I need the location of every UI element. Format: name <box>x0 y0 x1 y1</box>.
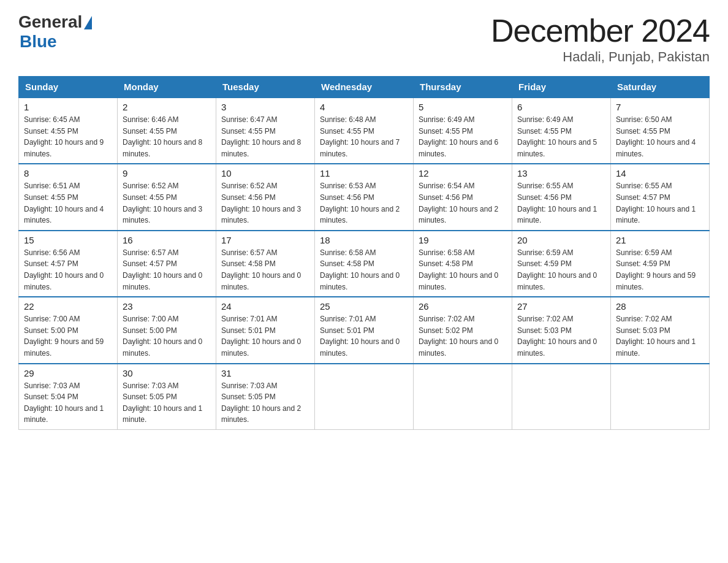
header-friday: Friday <box>512 77 611 98</box>
calendar-cell: 31 Sunrise: 7:03 AMSunset: 5:05 PMDaylig… <box>216 364 315 430</box>
day-info: Sunrise: 7:03 AMSunset: 5:05 PMDaylight:… <box>221 381 301 424</box>
header-tuesday: Tuesday <box>216 77 315 98</box>
calendar-cell: 25 Sunrise: 7:01 AMSunset: 5:01 PMDaylig… <box>315 297 414 363</box>
calendar-cell: 18 Sunrise: 6:58 AMSunset: 4:58 PMDaylig… <box>315 231 414 297</box>
calendar-cell: 13 Sunrise: 6:55 AMSunset: 4:56 PMDaylig… <box>512 164 611 230</box>
header-wednesday: Wednesday <box>315 77 414 98</box>
day-info: Sunrise: 6:47 AMSunset: 4:55 PMDaylight:… <box>221 115 301 158</box>
logo-blue-text: Blue <box>20 32 57 51</box>
day-number: 6 <box>517 102 605 112</box>
day-number: 1 <box>24 102 112 112</box>
calendar-cell: 20 Sunrise: 6:59 AMSunset: 4:59 PMDaylig… <box>512 231 611 297</box>
calendar-cell: 19 Sunrise: 6:58 AMSunset: 4:58 PMDaylig… <box>414 231 512 297</box>
day-info: Sunrise: 7:02 AMSunset: 5:03 PMDaylight:… <box>517 315 597 358</box>
day-info: Sunrise: 6:51 AMSunset: 4:55 PMDaylight:… <box>24 182 104 224</box>
week-row-5: 29 Sunrise: 7:03 AMSunset: 5:04 PMDaylig… <box>19 364 710 430</box>
calendar-cell: 12 Sunrise: 6:54 AMSunset: 4:56 PMDaylig… <box>414 164 512 230</box>
day-number: 13 <box>517 168 605 178</box>
logo: General Blue <box>18 12 92 52</box>
day-info: Sunrise: 6:52 AMSunset: 4:55 PMDaylight:… <box>123 182 202 224</box>
day-number: 9 <box>123 168 211 178</box>
title-block: December 2024 Hadali, Punjab, Pakistan <box>491 12 710 65</box>
day-info: Sunrise: 6:49 AMSunset: 4:55 PMDaylight:… <box>419 115 498 158</box>
day-info: Sunrise: 7:00 AMSunset: 5:00 PMDaylight:… <box>123 315 202 358</box>
day-number: 16 <box>123 235 211 245</box>
calendar-cell <box>611 364 710 430</box>
calendar-cell: 28 Sunrise: 7:02 AMSunset: 5:03 PMDaylig… <box>611 297 710 363</box>
day-number: 22 <box>24 301 112 312</box>
page-header: General Blue December 2024 Hadali, Punja… <box>18 12 710 65</box>
logo-general-text: General <box>18 12 82 32</box>
calendar-cell: 30 Sunrise: 7:03 AMSunset: 5:05 PMDaylig… <box>118 364 216 430</box>
calendar-cell: 10 Sunrise: 6:52 AMSunset: 4:56 PMDaylig… <box>216 164 315 230</box>
day-info: Sunrise: 6:59 AMSunset: 4:59 PMDaylight:… <box>517 248 597 291</box>
calendar-title: December 2024 <box>491 12 710 49</box>
day-info: Sunrise: 6:45 AMSunset: 4:55 PMDaylight:… <box>24 115 104 158</box>
day-info: Sunrise: 6:56 AMSunset: 4:57 PMDaylight:… <box>24 248 104 291</box>
day-number: 12 <box>419 168 507 178</box>
header-saturday: Saturday <box>611 77 710 98</box>
day-number: 14 <box>616 168 704 178</box>
calendar-cell <box>512 364 611 430</box>
day-number: 27 <box>517 301 605 312</box>
day-number: 26 <box>419 301 507 312</box>
header-sunday: Sunday <box>19 77 118 98</box>
day-info: Sunrise: 7:02 AMSunset: 5:03 PMDaylight:… <box>616 315 696 358</box>
day-info: Sunrise: 6:49 AMSunset: 4:55 PMDaylight:… <box>517 115 597 158</box>
day-info: Sunrise: 6:58 AMSunset: 4:58 PMDaylight:… <box>320 248 400 291</box>
day-info: Sunrise: 7:01 AMSunset: 5:01 PMDaylight:… <box>320 315 400 358</box>
calendar-table: Sunday Monday Tuesday Wednesday Thursday… <box>18 76 710 430</box>
day-info: Sunrise: 7:03 AMSunset: 5:05 PMDaylight:… <box>123 381 202 424</box>
day-info: Sunrise: 6:57 AMSunset: 4:58 PMDaylight:… <box>221 248 301 291</box>
day-info: Sunrise: 6:48 AMSunset: 4:55 PMDaylight:… <box>320 115 400 158</box>
week-row-3: 15 Sunrise: 6:56 AMSunset: 4:57 PMDaylig… <box>19 231 710 297</box>
day-info: Sunrise: 7:03 AMSunset: 5:04 PMDaylight:… <box>24 381 104 424</box>
day-number: 18 <box>320 235 408 245</box>
calendar-cell: 5 Sunrise: 6:49 AMSunset: 4:55 PMDayligh… <box>414 98 512 164</box>
day-info: Sunrise: 7:02 AMSunset: 5:02 PMDaylight:… <box>419 315 498 358</box>
week-row-4: 22 Sunrise: 7:00 AMSunset: 5:00 PMDaylig… <box>19 297 710 363</box>
day-number: 24 <box>221 301 309 312</box>
calendar-cell: 9 Sunrise: 6:52 AMSunset: 4:55 PMDayligh… <box>118 164 216 230</box>
day-info: Sunrise: 6:53 AMSunset: 4:56 PMDaylight:… <box>320 182 400 224</box>
week-row-1: 1 Sunrise: 6:45 AMSunset: 4:55 PMDayligh… <box>19 98 710 164</box>
day-number: 5 <box>419 102 507 112</box>
day-info: Sunrise: 6:55 AMSunset: 4:56 PMDaylight:… <box>517 182 597 224</box>
day-info: Sunrise: 6:55 AMSunset: 4:57 PMDaylight:… <box>616 182 696 224</box>
day-number: 31 <box>221 368 309 378</box>
calendar-cell: 2 Sunrise: 6:46 AMSunset: 4:55 PMDayligh… <box>118 98 216 164</box>
calendar-cell: 15 Sunrise: 6:56 AMSunset: 4:57 PMDaylig… <box>19 231 118 297</box>
calendar-cell: 21 Sunrise: 6:59 AMSunset: 4:59 PMDaylig… <box>611 231 710 297</box>
calendar-cell: 27 Sunrise: 7:02 AMSunset: 5:03 PMDaylig… <box>512 297 611 363</box>
calendar-cell: 7 Sunrise: 6:50 AMSunset: 4:55 PMDayligh… <box>611 98 710 164</box>
calendar-cell: 6 Sunrise: 6:49 AMSunset: 4:55 PMDayligh… <box>512 98 611 164</box>
day-number: 28 <box>616 301 704 312</box>
day-number: 23 <box>123 301 211 312</box>
calendar-cell: 1 Sunrise: 6:45 AMSunset: 4:55 PMDayligh… <box>19 98 118 164</box>
day-info: Sunrise: 6:50 AMSunset: 4:55 PMDaylight:… <box>616 115 696 158</box>
calendar-cell: 24 Sunrise: 7:01 AMSunset: 5:01 PMDaylig… <box>216 297 315 363</box>
calendar-cell: 11 Sunrise: 6:53 AMSunset: 4:56 PMDaylig… <box>315 164 414 230</box>
day-number: 21 <box>616 235 704 245</box>
day-number: 10 <box>221 168 309 178</box>
calendar-cell: 29 Sunrise: 7:03 AMSunset: 5:04 PMDaylig… <box>19 364 118 430</box>
logo-triangle-icon <box>84 16 92 29</box>
calendar-cell: 8 Sunrise: 6:51 AMSunset: 4:55 PMDayligh… <box>19 164 118 230</box>
day-number: 17 <box>221 235 309 245</box>
day-number: 19 <box>419 235 507 245</box>
calendar-cell <box>414 364 512 430</box>
calendar-cell <box>315 364 414 430</box>
calendar-location: Hadali, Punjab, Pakistan <box>491 49 710 65</box>
day-number: 25 <box>320 301 408 312</box>
day-number: 15 <box>24 235 112 245</box>
day-info: Sunrise: 6:46 AMSunset: 4:55 PMDaylight:… <box>123 115 202 158</box>
calendar-cell: 22 Sunrise: 7:00 AMSunset: 5:00 PMDaylig… <box>19 297 118 363</box>
weekday-header-row: Sunday Monday Tuesday Wednesday Thursday… <box>19 77 710 98</box>
day-info: Sunrise: 7:01 AMSunset: 5:01 PMDaylight:… <box>221 315 301 358</box>
calendar-cell: 26 Sunrise: 7:02 AMSunset: 5:02 PMDaylig… <box>414 297 512 363</box>
day-number: 2 <box>123 102 211 112</box>
day-info: Sunrise: 7:00 AMSunset: 5:00 PMDaylight:… <box>24 315 104 358</box>
header-monday: Monday <box>118 77 216 98</box>
day-info: Sunrise: 6:57 AMSunset: 4:57 PMDaylight:… <box>123 248 202 291</box>
day-number: 29 <box>24 368 112 378</box>
